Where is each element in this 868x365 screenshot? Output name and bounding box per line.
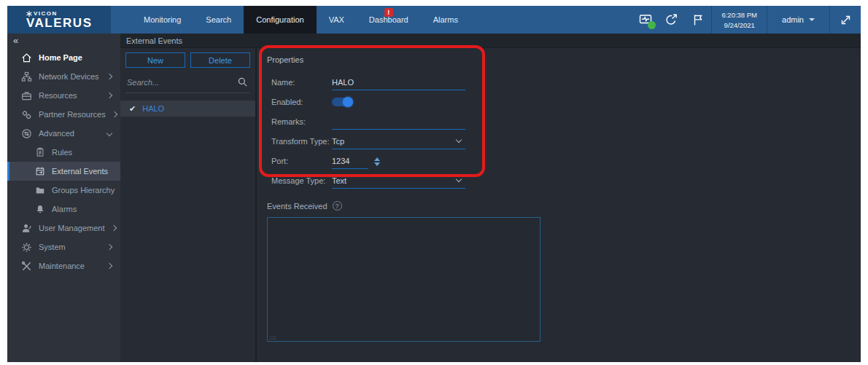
menu-configuration[interactable]: Configuration [244, 6, 316, 34]
port-label: Port: [271, 157, 332, 169]
health-status-dot [648, 21, 656, 29]
sidebar-item-resources[interactable]: Resources [7, 86, 120, 105]
chevron-right-icon [106, 74, 112, 79]
remarks-input[interactable] [332, 117, 465, 126]
chevron-right-icon [106, 93, 112, 98]
clock-date: 9/24/2021 [721, 21, 757, 29]
transform-type-select[interactable]: Tcp [332, 133, 465, 149]
resize-handle[interactable] [269, 337, 276, 340]
message-type-value: Text [332, 176, 346, 185]
flag-button[interactable] [685, 6, 711, 34]
collapse-icon: « [13, 35, 18, 46]
transform-type-label: Transform Type: [271, 137, 332, 149]
new-button[interactable]: New [125, 52, 185, 68]
alarms-icon [35, 204, 45, 214]
sidebar-item-maintenance[interactable]: Maintenance [7, 256, 120, 275]
system-health-button[interactable] [632, 6, 659, 34]
check-icon: ✔ [129, 104, 136, 114]
port-stepper[interactable] [374, 157, 380, 166]
menu-dashboard[interactable]: ! Dashboard [357, 6, 421, 34]
list-item-halo[interactable]: ✔ HALO [120, 101, 255, 117]
chevron-right-icon [106, 263, 112, 269]
properties-title: Properties [267, 55, 861, 64]
brand-valerus: VALERUS [26, 17, 111, 29]
network-devices-icon [21, 71, 32, 82]
enabled-label: Enabled: [271, 98, 332, 110]
port-input[interactable] [332, 157, 368, 165]
vicon-valerus-logo: VICON VALERUS [7, 6, 111, 34]
top-bar: VICON VALERUS Monitoring Search Configur… [7, 6, 861, 34]
name-label: Name: [271, 78, 332, 90]
search-icon[interactable] [237, 76, 248, 87]
menu-search[interactable]: Search [193, 6, 244, 34]
help-icon[interactable]: ? [333, 201, 342, 211]
valerus-app-window: VICON VALERUS Monitoring Search Configur… [7, 6, 861, 362]
export-events-button[interactable] [659, 6, 685, 34]
menu-vax[interactable]: VAX [317, 6, 357, 34]
share-arrow-icon [665, 14, 679, 26]
resources-icon [21, 90, 32, 101]
partner-resources-icon [21, 109, 32, 120]
message-type-select[interactable]: Text [332, 173, 465, 189]
remarks-row: Remarks: [267, 110, 861, 130]
advanced-icon [21, 128, 32, 139]
port-row: Port: [267, 149, 861, 169]
expand-arrows-icon [840, 14, 852, 26]
chevron-right-icon [106, 244, 112, 250]
enabled-toggle[interactable] [332, 98, 352, 106]
menu-monitoring[interactable]: Monitoring [131, 6, 193, 34]
message-type-label: Message Type: [271, 176, 332, 189]
events-received-header: Events Received ? [267, 201, 861, 211]
menu-alarms[interactable]: Alarms [421, 6, 470, 34]
properties-panel: Properties Name: Enabled: [257, 48, 861, 362]
page-title: External Events [120, 34, 861, 48]
dashboard-alert-icon: ! [384, 8, 393, 17]
sidebar-item-advanced[interactable]: Advanced [7, 124, 120, 143]
name-input[interactable] [332, 78, 465, 87]
sidebar-item-groups-hierarchy[interactable]: Groups Hierarchy [7, 181, 120, 200]
sidebar-item-home-page[interactable]: Home Page [7, 48, 120, 67]
sidebar-item-network-devices[interactable]: Network Devices [7, 67, 120, 86]
events-received-box [267, 217, 540, 342]
search-input[interactable] [127, 78, 237, 87]
user-management-icon [21, 223, 32, 234]
sidebar-item-external-events[interactable]: External Events [7, 162, 120, 181]
events-received-label: Events Received [267, 202, 328, 211]
topbar-right-cluster: 6:20:38 PM 9/24/2021 admin [632, 6, 861, 34]
groups-hierarchy-icon [35, 185, 45, 195]
stepper-up-icon[interactable] [374, 157, 380, 161]
external-events-icon [35, 166, 45, 176]
chevron-right-icon [110, 225, 116, 231]
transform-type-value: Tcp [332, 137, 344, 146]
sidebar-item-partner-resources[interactable]: Partner Resources [7, 105, 120, 124]
clock-display: 6:20:38 PM 9/24/2021 [711, 6, 767, 34]
chevron-right-icon [111, 111, 117, 117]
chevron-down-icon [456, 176, 462, 182]
chevron-down-icon [809, 18, 815, 21]
sidebar-item-system[interactable]: System [7, 238, 120, 256]
clock-time: 6:20:38 PM [721, 11, 757, 19]
stepper-down-icon[interactable] [374, 162, 380, 166]
chevron-down-icon [456, 137, 462, 143]
sidebar-item-rules[interactable]: Rules [7, 143, 120, 162]
search-bar [125, 74, 250, 93]
delete-button[interactable]: Delete [190, 52, 250, 68]
remarks-label: Remarks: [271, 117, 332, 130]
user-menu[interactable]: admin [767, 6, 830, 34]
name-row: Name: [267, 71, 861, 90]
enabled-row: Enabled: [267, 90, 861, 110]
rules-icon [35, 147, 45, 157]
message-type-row: Message Type: Text [267, 169, 861, 189]
sidebar-item-user-management[interactable]: User Management [7, 219, 120, 238]
list-item-label: HALO [142, 104, 164, 113]
external-events-list-panel: New Delete ✔ HALO [120, 48, 257, 362]
navigation-sidebar: « Home Page Network Devices Resources Pa… [7, 34, 120, 362]
sidebar-collapse-button[interactable]: « [7, 34, 120, 48]
system-icon [21, 242, 32, 253]
sidebar-item-alarms[interactable]: Alarms [7, 200, 120, 219]
fullscreen-button[interactable] [830, 6, 861, 34]
main-menu: Monitoring Search Configuration VAX ! Da… [131, 6, 470, 34]
toggle-knob [343, 97, 353, 107]
maintenance-icon [21, 261, 32, 272]
home-icon [21, 52, 32, 63]
